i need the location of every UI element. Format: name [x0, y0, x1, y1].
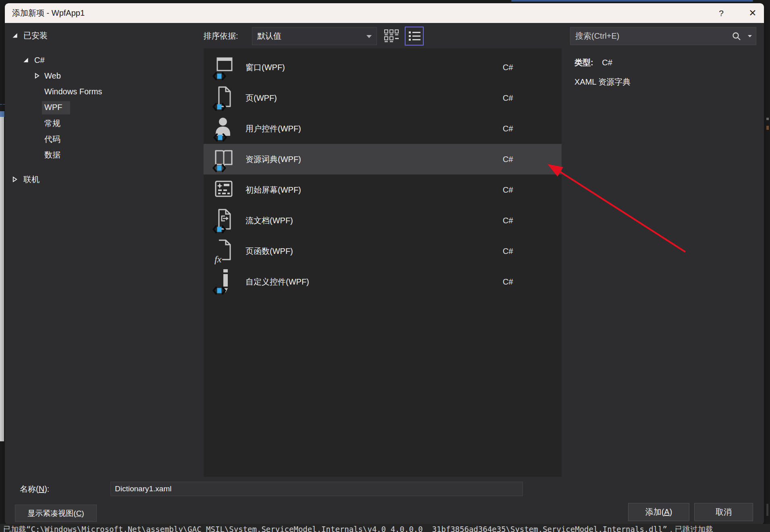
- sidebar-item-wpf[interactable]: WPF: [44, 101, 62, 114]
- sort-by-value: 默认值: [257, 27, 281, 45]
- sidebar-item-windows-forms[interactable]: Windows Forms: [44, 85, 102, 98]
- list-item-selected[interactable]: 资源词典(WPF) C#: [204, 144, 562, 175]
- cancel-button[interactable]: 取消: [694, 503, 753, 521]
- page-function-wpf-icon: fx: [212, 238, 235, 264]
- custom-control-wpf-icon: [212, 268, 235, 295]
- add-new-item-dialog: 添加新项 - WpfApp1 ? ✕ 排序依据: 默认值: [5, 3, 764, 525]
- list-item-label: 资源词典(WPF): [246, 144, 301, 175]
- background-left-dotted: [0, 104, 5, 105]
- list-item-label: 流文档(WPF): [246, 205, 293, 236]
- background-right-speck: [766, 126, 769, 130]
- list-item-label: 用户控件(WPF): [246, 113, 301, 144]
- show-compact-view-button[interactable]: 显示紧凑视图(C): [15, 505, 97, 522]
- sidebar-item-label: 联机: [23, 173, 40, 186]
- name-label: 名称(N):: [20, 482, 49, 496]
- user-control-wpf-icon: [212, 115, 235, 142]
- sort-by-dropdown[interactable]: 默认值: [252, 27, 377, 45]
- list-view-icon: [406, 27, 423, 45]
- list-item-label: 初始屏幕(WPF): [246, 175, 301, 205]
- sidebar-item-code[interactable]: 代码: [44, 133, 60, 145]
- list-item-language: C#: [503, 205, 513, 236]
- add-button[interactable]: 添加(A): [628, 503, 689, 521]
- dialog-titlebar[interactable]: 添加新项 - WpfApp1 ? ✕: [5, 3, 764, 23]
- list-item[interactable]: 流文档(WPF) C#: [204, 205, 562, 236]
- background-right-speck: [766, 118, 769, 120]
- expanded-triangle-icon[interactable]: [23, 57, 29, 63]
- list-item-label: 窗口(WPF): [246, 52, 285, 83]
- list-item-language: C#: [503, 266, 513, 297]
- list-item-language: C#: [503, 113, 513, 144]
- expanded-triangle-icon[interactable]: [12, 33, 18, 38]
- item-type-value: C#: [602, 58, 612, 67]
- sidebar-item-general[interactable]: 常规: [44, 117, 60, 130]
- list-item-label: 页(WPF): [246, 83, 277, 113]
- search-input[interactable]: 搜索(Ctrl+E): [570, 27, 756, 45]
- sidebar-item-label: Windows Forms: [44, 87, 102, 96]
- dialog-title: 添加新项 - WpfApp1: [12, 3, 85, 23]
- magnifier-icon[interactable]: [732, 31, 741, 41]
- list-view-button[interactable]: [405, 27, 424, 46]
- list-item[interactable]: fx 页函数(WPF) C#: [204, 236, 562, 266]
- list-item-language: C#: [503, 52, 513, 83]
- search-chevron-down-icon[interactable]: [748, 35, 752, 37]
- background-left-scrollbar: [0, 117, 4, 441]
- page-wpf-icon: [212, 85, 235, 111]
- sidebar-item-label: WPF: [44, 103, 62, 112]
- list-item-label: 页函数(WPF): [246, 236, 293, 266]
- grid-view-icon: [383, 28, 400, 45]
- sort-by-label: 排序依据:: [204, 27, 238, 45]
- resource-dictionary-wpf-icon: [212, 146, 235, 172]
- background-editor-sliver: [511, 0, 753, 2]
- list-item-language: C#: [503, 175, 513, 205]
- list-item[interactable]: 自定义控件(WPF) C#: [204, 266, 562, 297]
- close-icon[interactable]: ✕: [743, 3, 762, 23]
- splash-screen-wpf-icon: [212, 177, 235, 203]
- search-placeholder: 搜索(Ctrl+E): [575, 27, 619, 45]
- help-icon[interactable]: ?: [712, 3, 730, 23]
- sidebar-item-label: Web: [44, 69, 61, 82]
- flow-document-wpf-icon: [212, 207, 235, 234]
- chevron-down-icon: [366, 35, 372, 38]
- sidebar-item-label: 已安装: [23, 29, 48, 42]
- list-item-language: C#: [503, 144, 513, 175]
- collapsed-triangle-icon[interactable]: [34, 73, 40, 79]
- list-item[interactable]: 窗口(WPF) C#: [204, 52, 562, 83]
- window-wpf-icon: [212, 54, 235, 81]
- collapsed-triangle-icon[interactable]: [12, 177, 18, 182]
- background-left-blue-bar: [0, 111, 4, 117]
- sidebar-item-data[interactable]: 数据: [44, 148, 60, 161]
- background-right-speck: [766, 504, 768, 516]
- item-type-row: 类型: C#: [574, 56, 612, 69]
- svg-text:fx: fx: [214, 254, 222, 264]
- grid-view-button[interactable]: [383, 28, 400, 45]
- sidebar-item-label: 数据: [44, 150, 60, 159]
- item-description: XAML 资源字典: [574, 75, 631, 89]
- background-status-text: 已加载“C:\Windows\Microsoft.Net\assembly\GA…: [3, 524, 713, 532]
- list-item-language: C#: [503, 83, 513, 113]
- list-item-label: 自定义控件(WPF): [246, 266, 309, 297]
- list-item[interactable]: 初始屏幕(WPF) C#: [204, 175, 562, 205]
- sidebar-item-label: C#: [34, 54, 45, 66]
- item-type-label: 类型:: [574, 58, 593, 67]
- template-list: 窗口(WPF) C# 页(WPF) C# 用户控件(WPF): [204, 48, 562, 477]
- list-item[interactable]: 页(WPF) C#: [204, 83, 562, 113]
- list-item[interactable]: 用户控件(WPF) C#: [204, 113, 562, 144]
- name-input[interactable]: Dictionary1.xaml: [110, 482, 523, 496]
- list-item-language: C#: [503, 236, 513, 266]
- sidebar-item-label: 代码: [44, 135, 60, 143]
- sidebar-item-label: 常规: [44, 119, 60, 128]
- screen: 添加新项 - WpfApp1 ? ✕ 排序依据: 默认值: [0, 0, 770, 532]
- background-status-strip: 已加载“C:\Windows\Microsoft.Net\assembly\GA…: [0, 524, 770, 532]
- name-input-value: Dictionary1.xaml: [115, 482, 171, 496]
